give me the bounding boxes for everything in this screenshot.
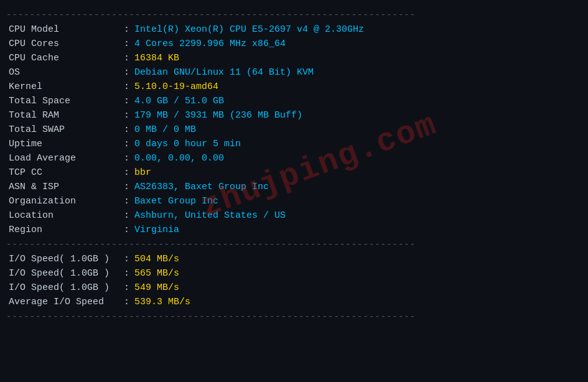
row-colon: : [124,139,129,149]
row-value: Ashburn, United States / US [134,210,286,221]
system-info-row: Total SWAP: 0 MB / 0 MB [0,123,588,137]
system-info-row: CPU Model: Intel(R) Xeon(R) CPU E5-2697 … [0,22,588,37]
row-colon: : [124,82,129,92]
row-value: 4 Cores 2299.996 MHz x86_64 [134,39,286,49]
row-value: 0 MB / 0 MB [134,124,196,135]
divider-bottom: ----------------------------------------… [0,309,588,324]
row-value: 16384 KB [134,53,179,63]
row-label: Location [9,210,124,221]
row-label: Load Average [9,153,124,164]
row-colon: : [124,282,129,293]
system-info-row: Kernel: 5.10.0-19-amd64 [0,80,588,94]
row-value: 565 MB/s [134,268,179,279]
row-colon: : [124,268,129,279]
row-value: bbr [134,167,151,178]
system-info-row: Region: Virginia [0,223,588,237]
row-label: I/O Speed( 1.0GB ) [9,268,124,279]
divider-middle: ----------------------------------------… [0,237,588,252]
row-label: Average I/O Speed [9,297,124,307]
row-label: ASN & ISP [9,182,124,192]
row-colon: : [124,24,129,35]
row-colon: : [124,254,129,264]
row-colon: : [124,124,129,135]
row-label: CPU Cores [9,39,124,49]
io-info-section: I/O Speed( 1.0GB ): 504 MB/sI/O Speed( 1… [0,252,588,309]
system-info-row: CPU Cache: 16384 KB [0,51,588,65]
row-label: CPU Cache [9,53,124,63]
row-value: 4.0 GB / 51.0 GB [134,96,224,106]
io-info-row: I/O Speed( 1.0GB ): 565 MB/s [0,266,588,281]
row-colon: : [124,53,129,63]
row-value: Debian GNU/Linux 11 (64 Bit) KVM [134,67,314,78]
main-container: zhujping.com ---------------------------… [0,5,588,327]
row-value: 5.10.0-19-amd64 [134,82,218,92]
row-value: Baxet Group Inc [134,196,218,207]
row-colon: : [124,210,129,221]
row-colon: : [124,110,129,121]
row-label: TCP CC [9,167,124,178]
system-info-row: Load Average: 0.00, 0.00, 0.00 [0,151,588,165]
row-label: Total RAM [9,110,124,121]
row-value: 0 days 0 hour 5 min [134,139,241,149]
system-info-row: TCP CC: bbr [0,165,588,180]
system-info-section: CPU Model: Intel(R) Xeon(R) CPU E5-2697 … [0,22,588,237]
row-value: Intel(R) Xeon(R) CPU E5-2697 v4 @ 2.30GH… [134,24,364,35]
system-info-row: Total Space: 4.0 GB / 51.0 GB [0,94,588,108]
io-info-row: Average I/O Speed: 539.3 MB/s [0,295,588,309]
row-value: 549 MB/s [134,282,179,293]
row-value: 0.00, 0.00, 0.00 [134,153,224,164]
row-label: OS [9,67,124,78]
row-label: Region [9,225,124,235]
row-label: Kernel [9,82,124,92]
row-colon: : [124,297,129,307]
row-label: I/O Speed( 1.0GB ) [9,282,124,293]
row-colon: : [124,67,129,78]
row-label: Organization [9,196,124,207]
system-info-row: Total RAM: 179 MB / 3931 MB (236 MB Buff… [0,108,588,123]
row-value: 539.3 MB/s [134,297,190,307]
row-label: Total SWAP [9,124,124,135]
row-colon: : [124,167,129,178]
row-colon: : [124,96,129,106]
divider-top: ----------------------------------------… [0,7,588,22]
system-info-row: Uptime: 0 days 0 hour 5 min [0,137,588,151]
row-label: Uptime [9,139,124,149]
row-label: Total Space [9,96,124,106]
row-value: 179 MB / 3931 MB (236 MB Buff) [134,110,302,121]
row-colon: : [124,196,129,207]
row-label: CPU Model [9,24,124,35]
row-colon: : [124,182,129,192]
io-info-row: I/O Speed( 1.0GB ): 549 MB/s [0,281,588,295]
io-info-row: I/O Speed( 1.0GB ): 504 MB/s [0,252,588,266]
row-value: AS26383, Baxet Group Inc [134,182,269,192]
row-colon: : [124,225,129,235]
row-label: I/O Speed( 1.0GB ) [9,254,124,264]
row-colon: : [124,153,129,164]
row-value: 504 MB/s [134,254,179,264]
system-info-row: Location: Ashburn, United States / US [0,208,588,223]
system-info-row: ASN & ISP: AS26383, Baxet Group Inc [0,180,588,194]
row-value: Virginia [134,225,179,235]
row-colon: : [124,39,129,49]
system-info-row: Organization: Baxet Group Inc [0,194,588,208]
system-info-row: CPU Cores: 4 Cores 2299.996 MHz x86_64 [0,37,588,51]
system-info-row: OS: Debian GNU/Linux 11 (64 Bit) KVM [0,65,588,80]
